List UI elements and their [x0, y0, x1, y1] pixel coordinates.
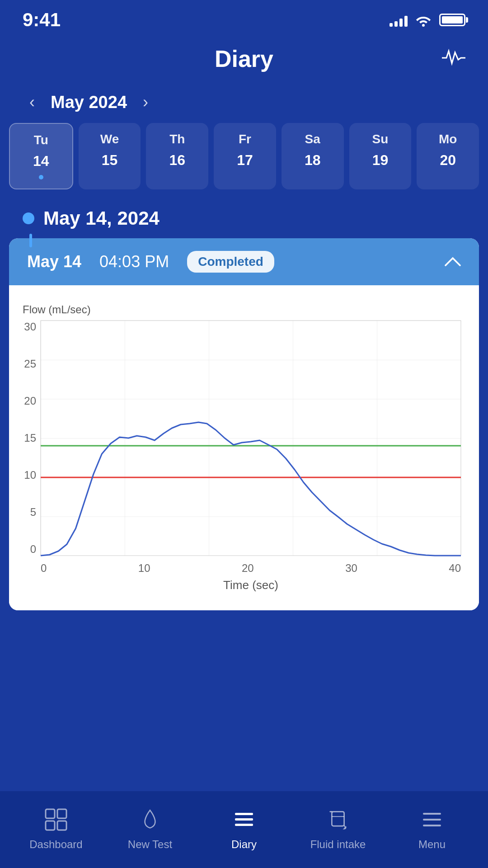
nav-item-new-test[interactable]: New Test [103, 808, 197, 851]
test-time: 04:03 PM [99, 252, 169, 271]
day-num: 14 [33, 153, 49, 170]
next-month-button[interactable]: › [136, 90, 155, 114]
nav-label-new-test: New Test [128, 838, 172, 851]
date-label-row: May 14, 2024 [0, 189, 488, 238]
nav-label-fluid-intake: Fluid intake [310, 838, 366, 851]
status-badge: Completed [187, 251, 274, 273]
calendar-day-17[interactable]: Fr 17 [214, 123, 276, 189]
day-num: 16 [169, 152, 186, 169]
month-navigation: ‹ May 2024 › [0, 81, 488, 123]
day-placeholder [310, 174, 315, 179]
new-test-icon [139, 808, 161, 833]
calendar-day-19[interactable]: Su 19 [349, 123, 412, 189]
nav-item-menu[interactable]: Menu [385, 808, 479, 851]
page-title: Diary [215, 45, 273, 72]
day-placeholder [108, 174, 112, 179]
test-card[interactable]: May 14 04:03 PM Completed Flow (mL/sec) … [9, 238, 479, 610]
nav-label-menu: Menu [418, 838, 446, 851]
y-axis-label: Flow (mL/sec) [23, 303, 461, 316]
test-card-header-left: May 14 04:03 PM Completed [27, 251, 274, 273]
day-num: 20 [440, 152, 456, 169]
day-num: 17 [237, 152, 253, 169]
day-name: Tu [34, 133, 48, 147]
flow-chart-container: 0 10 20 30 40 Time (sec) [41, 321, 461, 592]
test-card-header[interactable]: May 14 04:03 PM Completed [9, 238, 479, 285]
status-time: 9:41 [23, 9, 61, 31]
bottom-nav: Dashboard New Test Diary [0, 791, 488, 868]
day-indicator-dot [39, 175, 43, 179]
chart-area: Flow (mL/sec) 0 5 10 15 20 25 30 [9, 285, 479, 610]
svg-rect-8 [235, 813, 253, 815]
test-card-container: May 14 04:03 PM Completed Flow (mL/sec) … [0, 238, 488, 610]
calendar-day-14[interactable]: Tu 14 [9, 123, 73, 189]
menu-icon [421, 808, 443, 833]
svg-rect-10 [235, 824, 253, 826]
nav-label-dashboard: Dashboard [29, 838, 82, 851]
collapse-button[interactable] [445, 252, 461, 271]
prev-month-button[interactable]: ‹ [23, 90, 42, 114]
wifi-icon [415, 13, 432, 27]
svg-rect-0 [41, 321, 461, 556]
svg-rect-6 [46, 821, 55, 830]
diary-icon [233, 808, 255, 833]
day-placeholder [243, 174, 247, 179]
svg-rect-14 [423, 825, 441, 826]
x-axis-label: Time (sec) [41, 578, 461, 592]
fluid-intake-icon [327, 808, 349, 833]
calendar-strip: Tu 14 We 15 Th 16 Fr 17 Sa 18 Su 19 Mo 2… [0, 123, 488, 189]
activity-icon[interactable] [442, 49, 465, 69]
day-name: Sa [305, 132, 320, 146]
day-placeholder [378, 174, 382, 179]
day-name: Fr [239, 132, 251, 146]
calendar-day-15[interactable]: We 15 [79, 123, 141, 189]
nav-label-diary: Diary [231, 838, 257, 851]
dashboard-icon [45, 808, 67, 833]
flow-chart [41, 321, 461, 556]
status-bar: 9:41 [0, 0, 488, 36]
svg-rect-9 [235, 818, 253, 821]
svg-rect-4 [46, 809, 55, 818]
svg-rect-7 [57, 821, 66, 830]
status-icons [389, 13, 465, 27]
day-name: We [100, 132, 119, 146]
timeline-dot [23, 212, 34, 224]
month-label: May 2024 [51, 93, 127, 112]
calendar-day-18[interactable]: Sa 18 [282, 123, 344, 189]
svg-rect-5 [57, 809, 66, 818]
battery-icon [439, 14, 465, 26]
timeline-line [29, 234, 32, 247]
svg-rect-12 [423, 813, 441, 815]
day-num: 18 [305, 152, 321, 169]
nav-item-dashboard[interactable]: Dashboard [9, 808, 103, 851]
day-placeholder [446, 174, 450, 179]
day-placeholder [175, 174, 179, 179]
day-num: 15 [102, 152, 118, 169]
calendar-day-16[interactable]: Th 16 [146, 123, 208, 189]
day-num: 19 [372, 152, 389, 169]
selected-date-label: May 14, 2024 [43, 208, 160, 229]
y-axis: 0 5 10 15 20 25 30 [14, 321, 41, 556]
signal-icon [389, 13, 408, 27]
x-axis: 0 10 20 30 40 [41, 557, 461, 575]
svg-rect-11 [332, 811, 344, 826]
day-name: Su [372, 132, 389, 146]
svg-rect-13 [423, 819, 441, 821]
header: Diary [0, 36, 488, 81]
nav-item-fluid-intake[interactable]: Fluid intake [291, 808, 385, 851]
test-date: May 14 [27, 252, 81, 271]
calendar-day-20[interactable]: Mo 20 [417, 123, 479, 189]
day-name: Th [169, 132, 185, 146]
nav-item-diary[interactable]: Diary [197, 808, 291, 851]
day-name: Mo [439, 132, 457, 146]
